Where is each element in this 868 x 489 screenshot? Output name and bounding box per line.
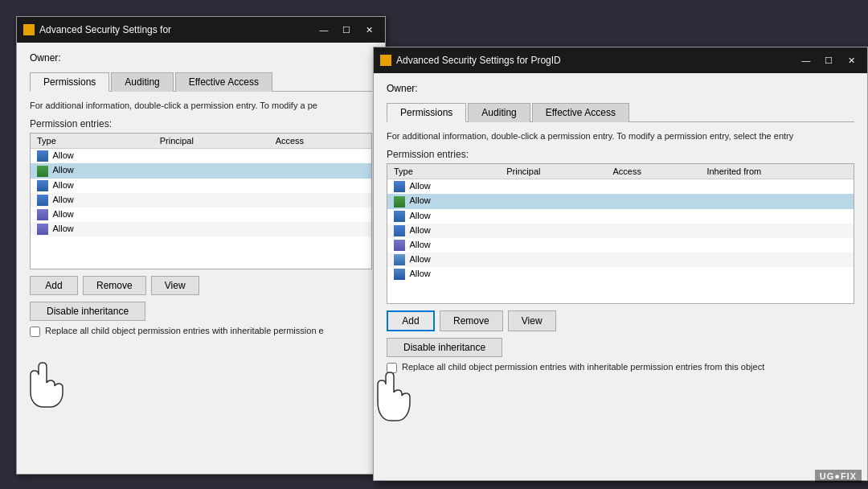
principal-cell: [154, 149, 269, 164]
access-cell: [269, 222, 371, 236]
close-button-front[interactable]: ✕: [841, 52, 861, 68]
permission-table-front[interactable]: Type Principal Access Inherited from All…: [387, 163, 854, 304]
add-button-front[interactable]: Add: [387, 310, 435, 331]
tabs-bar-front: Permissions Auditing Effective Access: [387, 102, 854, 122]
access-cell: [269, 179, 371, 193]
action-buttons-back: Add Remove View: [30, 276, 372, 295]
user-icon: [394, 269, 405, 280]
window-front-title: Advanced Security Settings for ProgID: [396, 55, 561, 66]
table-row[interactable]: Allow: [31, 163, 371, 178]
type-cell: Allow: [31, 149, 154, 164]
disable-inheritance-button-back[interactable]: Disable inheritance: [30, 302, 145, 321]
type-cell: Allow: [387, 209, 500, 224]
tab-effective-access-back[interactable]: Effective Access: [175, 72, 272, 92]
col-inherited-front: Inherited from: [700, 164, 854, 179]
inherited-cell: [700, 209, 854, 224]
table-row[interactable]: Allow: [31, 193, 371, 208]
replace-perms-checkbox-front[interactable]: [387, 363, 397, 373]
access-cell: [606, 209, 700, 224]
window-back: Advanced Security Settings for — ☐ ✕ Own…: [16, 16, 386, 475]
tab-auditing-front[interactable]: Auditing: [468, 103, 530, 122]
table-row[interactable]: Allow: [387, 267, 854, 281]
perm-table-front: Type Principal Access Inherited from All…: [387, 164, 854, 281]
user-icon: [37, 195, 48, 206]
principal-cell: [154, 163, 269, 178]
perm-table-back: Type Principal Access Allow: [31, 134, 371, 236]
principal-cell: [500, 253, 606, 267]
minimize-button[interactable]: —: [314, 22, 334, 38]
tab-effective-access-front[interactable]: Effective Access: [532, 103, 629, 122]
info-text-back: For additional information, double-click…: [30, 100, 372, 112]
add-button-back[interactable]: Add: [30, 276, 78, 295]
type-cell: Allow: [31, 193, 154, 208]
inherited-cell: [700, 253, 854, 267]
access-cell: [606, 253, 700, 267]
maximize-button[interactable]: ☐: [337, 22, 356, 38]
table-row[interactable]: Allow: [387, 179, 854, 195]
owner-label-front: Owner:: [387, 83, 418, 94]
table-row[interactable]: Allow: [31, 179, 371, 193]
table-row[interactable]: Allow: [387, 224, 854, 238]
window-back-body: Owner: Permissions Auditing Effective Ac…: [17, 43, 385, 474]
user-icon: [37, 224, 48, 235]
type-cell: Allow: [387, 238, 500, 253]
user-icon: [394, 240, 405, 251]
col-type-back: Type: [31, 134, 154, 149]
type-cell: Allow: [31, 222, 154, 236]
principal-cell: [154, 208, 269, 222]
titlebar-front: Advanced Security Settings for ProgID — …: [374, 47, 867, 73]
table-row[interactable]: Allow: [31, 208, 371, 222]
principal-cell: [500, 238, 606, 253]
inherited-cell: [700, 194, 854, 208]
titlebar-controls-front[interactable]: — ☐ ✕: [796, 52, 861, 68]
col-principal-back: Principal: [154, 134, 269, 149]
type-cell: Allow: [387, 224, 500, 238]
remove-button-back[interactable]: Remove: [83, 276, 146, 295]
principal-cell: [500, 179, 606, 195]
replace-perms-checkbox-back[interactable]: [30, 327, 40, 337]
maximize-button-front[interactable]: ☐: [819, 52, 838, 68]
user-icon: [37, 209, 48, 220]
table-row[interactable]: Allow: [387, 253, 854, 267]
minimize-button-front[interactable]: —: [796, 52, 816, 68]
access-cell: [606, 194, 700, 208]
inherited-cell: [700, 179, 854, 195]
window-icon: [23, 24, 35, 35]
table-row[interactable]: Allow: [387, 194, 854, 208]
disable-inheritance-button-front[interactable]: Disable inheritance: [387, 338, 502, 357]
inherited-cell: [700, 224, 854, 238]
window-back-title: Advanced Security Settings for: [39, 24, 171, 35]
access-cell: [606, 267, 700, 281]
type-cell: Allow: [387, 253, 500, 267]
type-cell: Allow: [387, 179, 500, 195]
titlebar-controls[interactable]: — ☐ ✕: [314, 22, 379, 38]
permission-table-back[interactable]: Type Principal Access Allow: [30, 133, 372, 269]
table-row[interactable]: Allow: [387, 238, 854, 253]
col-principal-front: Principal: [500, 164, 606, 179]
entries-label-back: Permission entries:: [30, 118, 372, 129]
view-button-back[interactable]: View: [151, 276, 199, 295]
tab-auditing-back[interactable]: Auditing: [111, 72, 173, 92]
action-buttons-front: Add Remove View: [387, 310, 854, 331]
table-row[interactable]: Allow: [31, 222, 371, 236]
type-cell: Allow: [387, 194, 500, 208]
titlebar-front-left: Advanced Security Settings for ProgID: [380, 55, 561, 66]
type-cell: Allow: [387, 267, 500, 281]
col-type-front: Type: [387, 164, 500, 179]
close-button[interactable]: ✕: [359, 22, 379, 38]
owner-label: Owner:: [30, 52, 61, 64]
owner-row: Owner:: [30, 52, 372, 64]
access-cell: [606, 238, 700, 253]
type-cell: Allow: [31, 208, 154, 222]
table-row[interactable]: Allow: [387, 209, 854, 224]
tab-permissions-back[interactable]: Permissions: [30, 72, 109, 92]
principal-cell: [154, 193, 269, 208]
view-button-front[interactable]: View: [508, 310, 556, 331]
principal-cell: [154, 222, 269, 236]
checkbox-label-front: Replace all child object permission entr…: [402, 362, 764, 372]
remove-button-front[interactable]: Remove: [440, 310, 503, 331]
table-row[interactable]: Allow: [31, 149, 371, 164]
principal-cell: [500, 224, 606, 238]
tab-permissions-front[interactable]: Permissions: [387, 103, 466, 122]
user-icon: [394, 196, 405, 208]
